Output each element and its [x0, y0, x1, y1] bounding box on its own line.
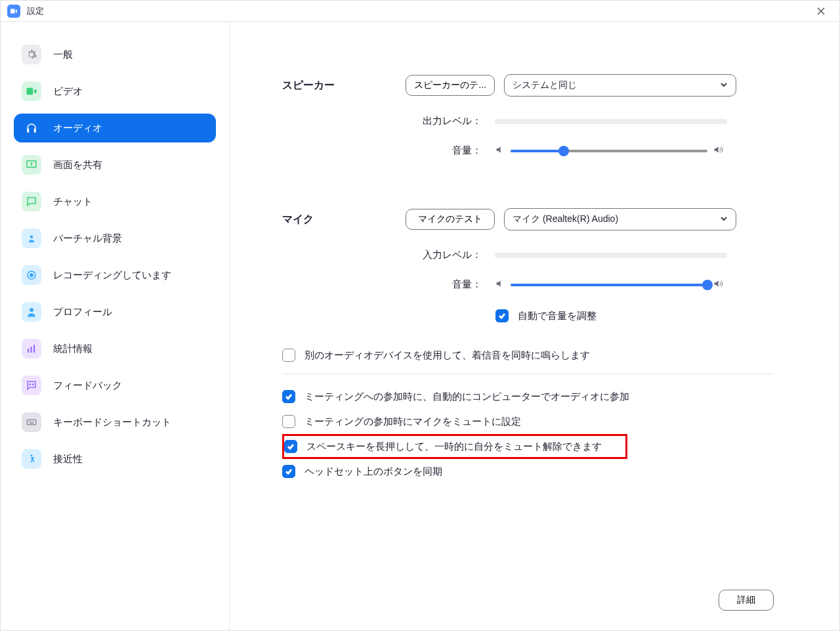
gear-icon [22, 45, 41, 64]
mic-heading: マイク [282, 213, 406, 227]
mute-on-join-label: ミーティングの参加時にマイクをミュートに設定 [304, 416, 521, 428]
feedback-icon [22, 376, 41, 395]
svg-point-0 [30, 236, 33, 239]
chat-icon [22, 192, 41, 211]
speaker-volume-slider[interactable] [511, 150, 707, 152]
sidebar-item-label: チャット [53, 196, 93, 208]
advanced-button[interactable]: 詳細 [719, 590, 774, 611]
mute-on-join-checkbox[interactable] [282, 415, 295, 428]
recording-icon [22, 265, 41, 285]
sidebar-item-label: 画面を共有 [53, 159, 102, 171]
sidebar-item-recording[interactable]: レコーディングしています [14, 261, 216, 290]
sidebar-item-chat[interactable]: チャット [14, 187, 216, 216]
sidebar-item-label: ビデオ [53, 85, 83, 98]
sidebar-item-label: フィードバック [53, 380, 122, 392]
mic-volume-slider[interactable] [511, 284, 707, 286]
ring-separate-row: 別のオーディオデバイスを使用して、着信音を同時に鳴らします [282, 349, 774, 362]
svg-point-11 [31, 422, 32, 423]
volume-high-icon [713, 144, 723, 157]
virtual-bg-icon [22, 228, 41, 248]
speaker-volume-label: 音量： [406, 144, 482, 157]
sidebar-item-share[interactable]: 画面を共有 [14, 150, 216, 179]
speaker-device-dropdown[interactable]: システムと同じ [504, 74, 736, 97]
speaker-device-value: システムと同じ [513, 79, 577, 91]
chevron-down-icon [720, 80, 728, 91]
svg-point-3 [30, 308, 33, 312]
speaker-test-button[interactable]: スピーカーのテ... [406, 75, 495, 96]
sidebar-item-label: バーチャル背景 [53, 232, 122, 245]
window-title: 設定 [27, 5, 44, 17]
space-unmute-highlight: スペースキーを長押しして、一時的に自分をミュート解除できます [282, 434, 627, 459]
svg-rect-5 [31, 347, 32, 353]
ring-separate-checkbox[interactable] [282, 349, 295, 362]
sidebar-item-label: 接近性 [53, 453, 83, 466]
mic-device-value: マイク (Realtek(R) Audio) [513, 213, 618, 225]
output-level-meter [495, 119, 727, 124]
sidebar: 一般 ビデオ オーディオ 画面を共有 チャット [1, 22, 230, 630]
headphones-icon [22, 118, 41, 138]
sidebar-item-label: 統計情報 [53, 343, 93, 355]
volume-high-icon [713, 278, 723, 291]
sidebar-item-virtual-background[interactable]: バーチャル背景 [14, 224, 216, 253]
divider [282, 374, 774, 374]
video-icon [22, 81, 41, 101]
svg-rect-9 [27, 420, 36, 425]
titlebar: 設定 [1, 1, 839, 22]
svg-point-10 [29, 422, 30, 423]
auto-adjust-label: 自動で音量を調整 [518, 310, 597, 322]
share-screen-icon [22, 155, 41, 175]
svg-point-14 [31, 454, 33, 456]
sidebar-item-keyboard[interactable]: キーボードショートカット [14, 408, 216, 437]
sidebar-item-label: 一般 [53, 49, 73, 61]
mic-device-dropdown[interactable]: マイク (Realtek(R) Audio) [504, 208, 736, 230]
speaker-section: スピーカー スピーカーのテ... システムと同じ 出力レベル： 音量： [282, 74, 774, 157]
auto-adjust-volume-checkbox[interactable] [495, 309, 509, 322]
chevron-down-icon [720, 214, 728, 225]
svg-point-12 [33, 422, 34, 423]
input-level-meter [495, 253, 727, 258]
sidebar-item-profile[interactable]: プロフィール [14, 297, 216, 326]
svg-rect-6 [33, 345, 35, 353]
app-icon [7, 5, 20, 18]
mic-volume-label: 音量： [406, 278, 482, 291]
speaker-heading: スピーカー [282, 79, 406, 93]
sidebar-item-accessibility[interactable]: 接近性 [14, 445, 216, 473]
space-unmute-checkbox[interactable] [284, 440, 297, 453]
headset-sync-checkbox[interactable] [282, 465, 295, 478]
close-button[interactable] [808, 1, 834, 22]
keyboard-icon [22, 412, 41, 432]
headset-sync-label: ヘッドセット上のボタンを同期 [304, 466, 442, 478]
svg-rect-4 [28, 349, 29, 353]
sidebar-item-audio[interactable]: オーディオ [14, 114, 216, 142]
space-unmute-label: スペースキーを長押しして、一時的に自分をミュート解除できます [306, 441, 602, 453]
accessibility-icon [22, 449, 41, 469]
sidebar-item-feedback[interactable]: フィードバック [14, 371, 216, 400]
audio-options: ミーティングへの参加時に、自動的にコンピューターでオーディオに参加 ミーティング… [282, 390, 774, 478]
auto-join-audio-label: ミーティングへの参加時に、自動的にコンピューターでオーディオに参加 [304, 391, 629, 403]
svg-point-2 [30, 274, 33, 277]
sidebar-item-label: キーボードショートカット [53, 416, 171, 429]
mic-test-button[interactable]: マイクのテスト [406, 209, 495, 230]
sidebar-item-label: オーディオ [53, 122, 102, 135]
statistics-icon [22, 339, 41, 359]
input-level-label: 入力レベル： [406, 249, 482, 261]
content-pane: スピーカー スピーカーのテ... システムと同じ 出力レベル： 音量： [230, 22, 839, 630]
volume-low-icon [495, 144, 505, 157]
svg-rect-13 [30, 423, 33, 424]
mic-section: マイク マイクのテスト マイク (Realtek(R) Audio) 入力レベル… [282, 208, 774, 322]
ring-separate-label: 別のオーディオデバイスを使用して、着信音を同時に鳴らします [304, 349, 590, 362]
svg-point-8 [33, 384, 34, 385]
sidebar-item-label: プロフィール [53, 306, 112, 318]
sidebar-item-general[interactable]: 一般 [14, 40, 216, 69]
output-level-label: 出力レベル： [406, 115, 482, 127]
svg-point-7 [30, 384, 31, 385]
sidebar-item-statistics[interactable]: 統計情報 [14, 334, 216, 363]
profile-icon [22, 302, 41, 322]
auto-join-audio-checkbox[interactable] [282, 390, 295, 403]
sidebar-item-video[interactable]: ビデオ [14, 77, 216, 106]
volume-low-icon [495, 278, 505, 291]
sidebar-item-label: レコーディングしています [53, 269, 171, 282]
